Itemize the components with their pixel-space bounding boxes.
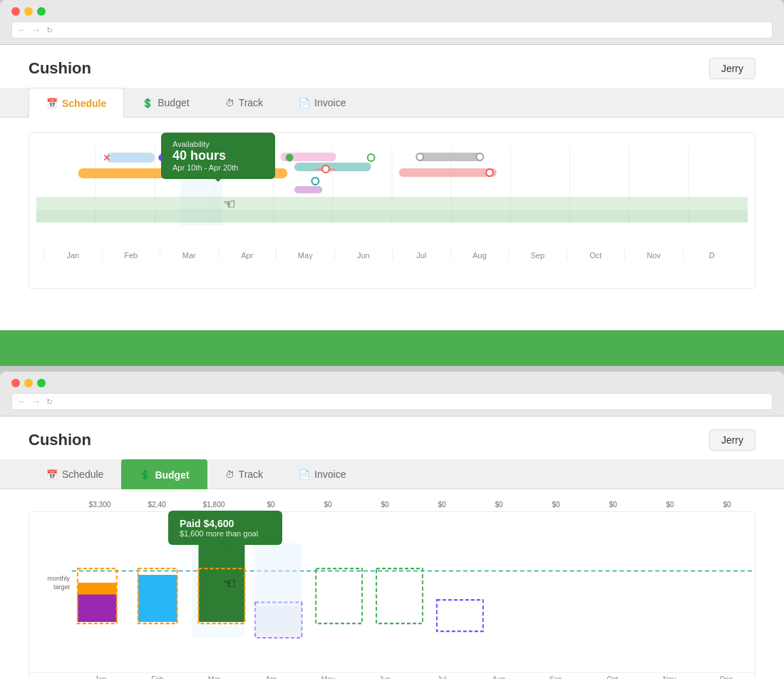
gantt-chart: Availability 40 hours Apr 10th - Apr 20t… — [29, 132, 755, 289]
svg-rect-31 — [36, 197, 748, 210]
bmonth-jul: Jul — [413, 673, 470, 679]
budget-icon-1: 💲 — [142, 98, 153, 108]
budget-tooltip-value: Paid $4,600 — [180, 518, 271, 529]
svg-point-24 — [476, 153, 483, 160]
svg-rect-30 — [294, 186, 322, 193]
svg-rect-32 — [36, 210, 748, 223]
svg-point-20 — [286, 154, 293, 161]
axis-dec: $0 — [698, 501, 755, 509]
browser-window-1: ← → ↻ Cushion Jerry 📅 Schedule 💲 Budget … — [0, 0, 784, 330]
budget-icon-2: 💲 — [139, 469, 150, 480]
month-sep-1: Sep — [508, 248, 567, 260]
svg-point-29 — [311, 178, 319, 185]
budget-content: $3,300 $2,40 $1,800 $0 $0 $0 $0 $0 $0 $0… — [0, 489, 784, 679]
app-header-2: Cushion Jerry — [0, 417, 784, 459]
bmonth-may: May — [299, 673, 356, 679]
tab-invoice-2[interactable]: 📄 Invoice — [281, 459, 363, 489]
axis-apr: $0 — [242, 501, 299, 509]
tab-budget-1[interactable]: 💲 Budget — [124, 88, 207, 117]
tab-invoice-1[interactable]: 📄 Invoice — [281, 88, 363, 117]
budget-months: Jan Feb Mar Apr May Jun Jul Aug Sep Oct … — [29, 672, 755, 679]
axis-jan: $3,300 — [71, 501, 128, 509]
month-may-1: May — [276, 248, 334, 260]
bmonth-feb: Feb — [129, 673, 186, 679]
minimize-button-1[interactable] — [24, 7, 33, 16]
tab-track-2[interactable]: ⏱ Track — [207, 459, 281, 489]
month-jan-1: Jan — [43, 248, 102, 260]
close-button-2[interactable] — [11, 379, 20, 387]
svg-text:✕: ✕ — [103, 152, 111, 163]
svg-point-23 — [416, 153, 423, 160]
app-header-1: Cushion Jerry — [0, 45, 784, 88]
gantt-svg: ✕ — [36, 147, 748, 240]
tabs-bar-2: 📅 Schedule 💲 Budget ⏱ Track 📄 Invoice — [0, 459, 784, 489]
tabs-bar-1: 📅 Schedule 💲 Budget ⏱ Track 📄 Invoice — [0, 88, 784, 118]
budget-tooltip: Paid $4,600 $1,600 more than goal — [168, 511, 282, 545]
svg-point-26 — [322, 165, 329, 173]
user-badge-2[interactable]: Jerry — [709, 429, 755, 451]
app-title-1: Cushion — [29, 59, 91, 78]
track-icon-2: ⏱ — [225, 469, 234, 480]
invoice-icon-2: 📄 — [299, 469, 310, 480]
timeline-axis-1: Jan Feb Mar Apr May Jun Jul Aug Sep Oct … — [36, 248, 748, 260]
svg-rect-37 — [78, 595, 117, 623]
browser-window-2: ← → ↻ Cushion Jerry 📅 Schedule 💲 Budget … — [0, 372, 784, 679]
axis-oct: $0 — [584, 501, 641, 509]
tooltip-title-1: Availability — [172, 140, 264, 148]
svg-point-21 — [368, 154, 375, 161]
axis-jul: $0 — [413, 501, 470, 509]
tab-track-1[interactable]: ⏱ Track — [207, 88, 281, 117]
section-gap — [0, 366, 784, 372]
axis-feb: $2,40 — [128, 501, 185, 509]
close-button-1[interactable] — [11, 7, 20, 16]
tooltip-sub-1: Apr 10th - Apr 20th — [172, 163, 264, 172]
month-oct-1: Oct — [567, 248, 625, 260]
back-arrow-1[interactable]: ← — [18, 25, 26, 35]
forward-arrow-2[interactable]: → — [32, 397, 41, 407]
bmonth-jan: Jan — [72, 673, 129, 679]
svg-rect-39 — [138, 575, 177, 622]
axis-may: $0 — [299, 501, 356, 509]
user-badge-1[interactable]: Jerry — [709, 58, 755, 79]
month-nov-1: Nov — [624, 248, 683, 260]
window-controls-1 — [11, 7, 773, 16]
svg-rect-13 — [106, 153, 155, 163]
tab-budget-2[interactable]: 💲 Budget — [121, 459, 207, 489]
forward-arrow-1[interactable]: → — [32, 25, 41, 35]
axis-mar: $1,800 — [185, 501, 242, 509]
window-controls-2 — [11, 379, 773, 387]
minimize-button-2[interactable] — [24, 379, 33, 387]
green-banner — [0, 330, 784, 366]
track-icon-1: ⏱ — [225, 98, 234, 108]
bmonth-jun: Jun — [356, 673, 413, 679]
month-jun-1: Jun — [334, 248, 393, 260]
axis-aug: $0 — [470, 501, 527, 509]
month-aug-1: Aug — [450, 248, 509, 260]
month-feb-1: Feb — [102, 248, 160, 260]
bmonth-sep: Sep — [527, 673, 584, 679]
address-bar-2: ← → ↻ — [11, 393, 773, 410]
axis-nov: $0 — [641, 501, 698, 509]
url-input-2[interactable] — [58, 397, 766, 406]
schedule-icon-2: 📅 — [46, 469, 58, 480]
bmonth-apr: Apr — [242, 673, 299, 679]
maximize-button-1[interactable] — [37, 7, 46, 16]
budget-axis: $3,300 $2,40 $1,800 $0 $0 $0 $0 $0 $0 $0… — [29, 501, 755, 511]
browser-chrome-2: ← → ↻ — [0, 372, 784, 417]
tab-schedule-2[interactable]: 📅 Schedule — [29, 459, 121, 489]
maximize-button-2[interactable] — [37, 379, 46, 387]
app-title-2: Cushion — [29, 431, 91, 449]
monthly-target-label: monthlytarget — [31, 575, 70, 591]
url-input-1[interactable] — [58, 26, 766, 34]
budget-chart: Paid $4,600 $1,600 more than goal — [29, 511, 755, 679]
month-jul-1: Jul — [392, 248, 450, 260]
address-bar-1: ← → ↻ — [11, 21, 773, 39]
svg-rect-45 — [255, 543, 301, 630]
bmonth-mar: Mar — [186, 673, 243, 679]
svg-point-28 — [486, 169, 493, 176]
budget-tooltip-sub: $1,600 more than goal — [180, 529, 271, 538]
tab-schedule-1[interactable]: 📅 Schedule — [29, 88, 124, 118]
reload-button-1[interactable]: ↻ — [46, 26, 53, 35]
back-arrow-2[interactable]: ← — [18, 397, 26, 407]
reload-button-2[interactable]: ↻ — [46, 397, 53, 407]
